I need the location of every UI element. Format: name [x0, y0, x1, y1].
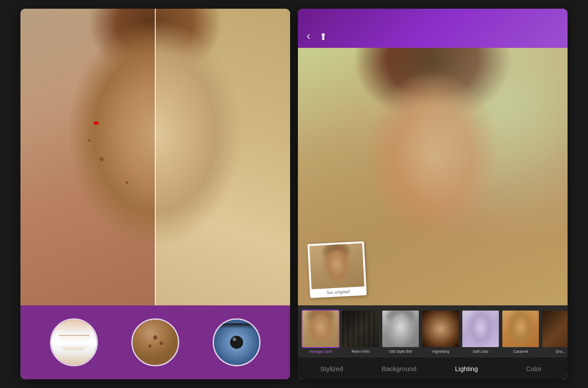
thumb — [542, 311, 568, 347]
face-before — [20, 9, 155, 305]
red-eye — [94, 121, 99, 125]
blemish — [88, 139, 90, 142]
right-panel: ‹ ⬆ See original Vintage Card — [298, 9, 568, 379]
eye-preview — [214, 320, 259, 365]
skin-circle[interactable] — [131, 318, 179, 366]
thumb — [462, 311, 499, 347]
filter-soft-lilac[interactable]: Soft Lilac — [461, 310, 500, 354]
left-panel — [20, 9, 290, 379]
pupil — [230, 336, 243, 349]
filter-caramel[interactable]: Caramel — [501, 310, 540, 354]
before-after-photo — [20, 9, 290, 305]
filter-thumb-vignette — [421, 310, 460, 348]
face-composite — [20, 9, 290, 305]
main-photo: See original — [298, 48, 568, 305]
split-divider — [155, 9, 156, 305]
blemish — [100, 157, 104, 161]
face-after — [155, 9, 290, 305]
thumb-img — [342, 311, 379, 347]
filter-label-drama: Dra... — [556, 349, 565, 354]
filter-vintage-card[interactable]: Vintage Card — [301, 310, 340, 354]
bottom-tabs: Stylized Background Lighting Color — [298, 358, 568, 379]
filter-thumb-bw — [381, 310, 420, 348]
eye-circle[interactable] — [213, 318, 261, 366]
thumb — [382, 311, 419, 347]
thumb — [422, 311, 459, 347]
filter-thumb-caramel — [501, 310, 540, 348]
filter-label-vignette: Vignetting — [432, 349, 449, 354]
thumb-img — [382, 311, 419, 347]
filter-label-retro: Retro Film — [351, 349, 370, 354]
thumb — [502, 311, 539, 347]
filter-thumb-vintage — [301, 310, 340, 348]
blemish — [125, 181, 128, 184]
filter-label-bw: Old Style BW — [389, 349, 412, 354]
thumb-image — [309, 243, 364, 289]
share-button[interactable]: ⬆ — [319, 31, 327, 43]
filter-thumb-lilac — [461, 310, 500, 348]
thumb — [342, 311, 379, 347]
filter-vignetting[interactable]: Vignetting — [421, 310, 460, 354]
teeth-preview — [51, 320, 97, 365]
filter-retro-film[interactable]: Retro Film — [341, 310, 380, 354]
tab-color[interactable]: Color — [500, 358, 568, 379]
tab-lighting[interactable]: Lighting — [433, 358, 500, 379]
thumb — [302, 311, 339, 347]
filter-old-style-bw[interactable]: Old Style BW — [381, 310, 420, 354]
filter-strip: Vintage Card Retro Film Old Style B — [298, 305, 568, 358]
filter-label-lilac: Soft Lilac — [472, 349, 488, 354]
app-header: ‹ ⬆ — [298, 9, 568, 48]
filter-drama[interactable]: Dra... — [541, 310, 568, 354]
filter-thumb-drama — [541, 310, 568, 348]
tab-stylized[interactable]: Stylized — [298, 358, 365, 379]
skin-preview — [133, 320, 178, 365]
filter-label-vintage: Vintage Card — [309, 349, 332, 354]
original-thumb — [309, 243, 364, 289]
filter-label-caramel: Caramel — [513, 349, 528, 354]
teeth-circle[interactable] — [50, 318, 98, 366]
back-button[interactable]: ‹ — [307, 29, 311, 43]
filter-thumb-retro — [341, 310, 380, 348]
tab-background[interactable]: Background — [365, 358, 433, 379]
see-original-button[interactable]: See original — [307, 241, 367, 298]
left-toolbar — [20, 305, 290, 379]
